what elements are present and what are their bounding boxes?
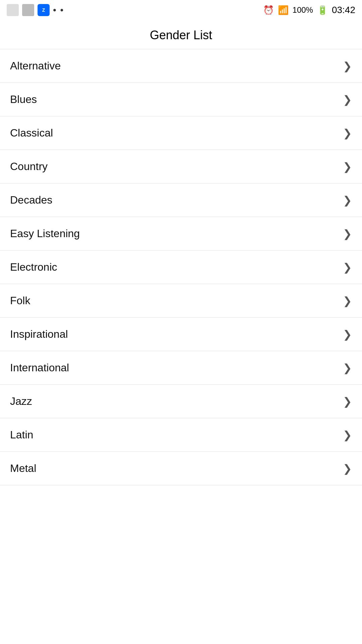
chevron-right-icon: ❯ [343, 429, 352, 441]
genre-item-inspirational[interactable]: Inspirational❯ [0, 318, 362, 351]
genre-item-electronic[interactable]: Electronic❯ [0, 251, 362, 284]
genre-item-blues[interactable]: Blues❯ [0, 83, 362, 116]
status-bar: Z • • ⏰ 📶 100% 🔋 03:42 [0, 0, 362, 20]
chevron-right-icon: ❯ [343, 60, 352, 72]
genre-list: Alternative❯Blues❯Classical❯Country❯Deca… [0, 49, 362, 485]
genre-label-easy-listening: Easy Listening [10, 227, 80, 240]
genre-label-folk: Folk [10, 294, 30, 307]
genre-item-country[interactable]: Country❯ [0, 150, 362, 183]
page-title: Gender List [0, 20, 362, 49]
genre-label-inspirational: Inspirational [10, 328, 68, 340]
photo-icon [7, 4, 19, 16]
genre-item-jazz[interactable]: Jazz❯ [0, 385, 362, 418]
status-time: 03:42 [332, 5, 355, 15]
battery-icon: 🔋 [317, 5, 328, 15]
genre-label-alternative: Alternative [10, 60, 61, 72]
alarm-icon: ⏰ [263, 5, 274, 15]
genre-label-blues: Blues [10, 93, 37, 106]
genre-item-international[interactable]: International❯ [0, 351, 362, 385]
genre-label-electronic: Electronic [10, 261, 57, 273]
genre-label-metal: Metal [10, 462, 36, 475]
genre-label-international: International [10, 362, 69, 374]
chevron-right-icon: ❯ [343, 362, 352, 374]
chevron-right-icon: ❯ [343, 261, 352, 274]
chevron-right-icon: ❯ [343, 328, 352, 341]
chevron-right-icon: ❯ [343, 462, 352, 475]
status-left-icons: Z • • [7, 4, 64, 16]
genre-item-decades[interactable]: Decades❯ [0, 183, 362, 217]
genre-item-alternative[interactable]: Alternative❯ [0, 49, 362, 83]
genre-item-classical[interactable]: Classical❯ [0, 116, 362, 150]
wifi-icon: 📶 [278, 5, 289, 15]
chevron-right-icon: ❯ [343, 160, 352, 173]
genre-item-folk[interactable]: Folk❯ [0, 284, 362, 318]
genre-item-metal[interactable]: Metal❯ [0, 452, 362, 485]
chevron-right-icon: ❯ [343, 294, 352, 307]
genre-label-decades: Decades [10, 194, 52, 206]
chevron-right-icon: ❯ [343, 395, 352, 408]
genre-label-latin: Latin [10, 429, 33, 441]
zalo-icon: Z [38, 4, 50, 16]
genre-label-jazz: Jazz [10, 395, 32, 408]
chevron-right-icon: ❯ [343, 127, 352, 140]
status-right-info: ⏰ 📶 100% 🔋 03:42 [263, 5, 355, 15]
chevron-right-icon: ❯ [343, 194, 352, 207]
genre-item-easy-listening[interactable]: Easy Listening❯ [0, 217, 362, 251]
genre-item-latin[interactable]: Latin❯ [0, 418, 362, 452]
chevron-right-icon: ❯ [343, 227, 352, 240]
genre-label-classical: Classical [10, 127, 53, 139]
status-dots: • • [53, 5, 64, 15]
avatar-icon [22, 4, 34, 16]
chevron-right-icon: ❯ [343, 93, 352, 106]
battery-percentage: 100% [293, 5, 313, 15]
genre-label-country: Country [10, 160, 48, 173]
